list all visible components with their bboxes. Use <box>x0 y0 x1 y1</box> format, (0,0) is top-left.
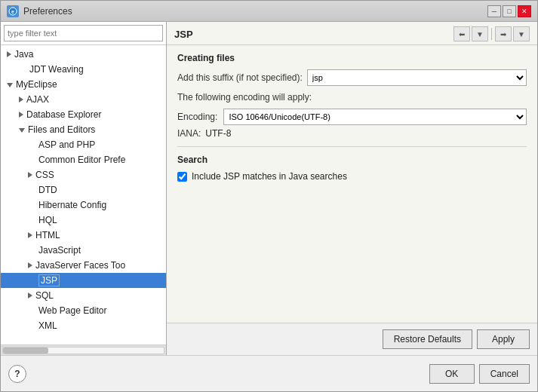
tree-label-html: HTML <box>35 230 60 240</box>
tree-label-myeclipse: MyEclipse <box>16 79 57 90</box>
tree-item-myeclipse[interactable]: MyEclipse <box>1 77 166 92</box>
help-button[interactable]: ? <box>8 365 26 383</box>
tree-item-java[interactable]: Java <box>1 47 166 62</box>
restore-defaults-button[interactable]: Restore Defaults <box>383 329 472 349</box>
include-jsp-checkbox[interactable] <box>177 172 187 182</box>
tree-label-javascript: JavaScript <box>38 245 81 256</box>
right-panel-title: JSP <box>174 29 193 40</box>
nav-dropdown2-icon: ▼ <box>518 30 525 38</box>
include-jsp-label[interactable]: Include JSP matches in Java searches <box>192 171 347 182</box>
tree-item-web-page-editor[interactable]: Web Page Editor <box>1 303 166 318</box>
nav-menu-button[interactable]: ▼ <box>472 26 488 41</box>
tree-arrow-html <box>28 232 32 238</box>
tree-item-jsp[interactable]: JSP <box>1 273 166 288</box>
horizontal-scrollbar[interactable] <box>1 345 166 355</box>
title-bar-controls: ─ □ ✕ <box>487 5 531 17</box>
apply-button[interactable]: Apply <box>477 329 530 349</box>
left-panel: JavaJDT WeavingMyEclipseAJAXDatabase Exp… <box>1 22 167 355</box>
suffix-label: Add this suffix (if not specified): <box>177 72 303 83</box>
search-title: Search <box>177 155 527 165</box>
cancel-button[interactable]: Cancel <box>479 364 530 384</box>
tree-arrow-css <box>28 172 32 178</box>
iana-row: IANA: UTF-8 <box>177 128 527 139</box>
tree-label-jdt-weaving: JDT Weaving <box>29 64 84 75</box>
checkbox-row: Include JSP matches in Java searches <box>177 171 527 182</box>
tree-label-common-editor-prefs: Common Editor Prefe <box>38 155 125 165</box>
preferences-window: e Preferences ─ □ ✕ JavaJDT WeavingMyEcl… <box>0 0 538 392</box>
ok-button[interactable]: OK <box>429 364 475 384</box>
scrollbar-thumb <box>3 348 48 354</box>
bottom-bar: ? OK Cancel <box>1 355 537 391</box>
nav-menu2-button[interactable]: ▼ <box>513 26 530 41</box>
tree-label-database-explorer: Database Explorer <box>26 109 101 120</box>
tree-arrow-ajax <box>19 96 23 103</box>
tree-label-jsf-tools: JavaServer Faces Too <box>35 260 125 271</box>
tree-label-hibernate-config: Hibernate Config <box>38 200 106 210</box>
tree-item-dtd[interactable]: DTD <box>1 182 166 198</box>
maximize-button[interactable]: □ <box>503 5 516 17</box>
forward-arrow-icon: ➡ <box>500 30 506 38</box>
tree-label-sql: SQL <box>35 290 54 301</box>
bottom-right: OK Cancel <box>429 364 530 384</box>
tree-label-files-and-editors: Files and Editors <box>28 124 95 135</box>
svg-text:e: e <box>11 9 14 14</box>
tree-item-jsf-tools[interactable]: JavaServer Faces Too <box>1 258 166 273</box>
right-panel: JSP ⬅ ▼ ➡ ▼ <box>167 22 537 355</box>
bottom-left: ? <box>8 365 26 383</box>
tree-item-ajax[interactable]: AJAX <box>1 92 166 107</box>
tree-arrow-files-and-editors <box>19 128 25 133</box>
tree-item-asp-and-php[interactable]: ASP and PHP <box>1 137 166 152</box>
tree-item-database-explorer[interactable]: Database Explorer <box>1 107 166 122</box>
title-bar-left: e Preferences <box>7 5 72 17</box>
tree-label-css: CSS <box>35 170 54 180</box>
tree-item-hql[interactable]: HQL <box>1 213 166 228</box>
tree-arrow-database-explorer <box>19 112 23 118</box>
creating-files-title: Creating files <box>177 53 527 63</box>
tree-label-ajax: AJAX <box>26 94 49 105</box>
back-button[interactable]: ⬅ <box>453 26 470 41</box>
encoding-box: Encoding: ISO 10646/Unicode(UTF-8)UTF-8I… <box>177 109 527 125</box>
tree-label-hql: HQL <box>38 215 57 225</box>
title-bar: e Preferences ─ □ ✕ <box>1 1 537 22</box>
tree-item-css[interactable]: CSS <box>1 167 166 182</box>
tree-item-hibernate-config[interactable]: Hibernate Config <box>1 198 166 213</box>
tree-item-sql[interactable]: SQL <box>1 288 166 303</box>
nav-dropdown-icon: ▼ <box>476 30 484 38</box>
scrollbar-track <box>2 347 164 354</box>
tree-item-files-and-editors[interactable]: Files and Editors <box>1 122 166 137</box>
filter-input[interactable] <box>4 25 163 41</box>
tree-item-html[interactable]: HTML <box>1 228 166 243</box>
search-section: Search Include JSP matches in Java searc… <box>177 155 527 182</box>
right-bottom-buttons: Restore Defaults Apply <box>167 323 537 355</box>
forward-button[interactable]: ➡ <box>495 26 512 41</box>
suffix-select[interactable]: jsphtmlhtm <box>307 69 527 86</box>
tree-label-jsp: JSP <box>38 274 60 286</box>
tree-item-javascript[interactable]: JavaScript <box>1 243 166 258</box>
iana-value: UTF-8 <box>205 128 231 139</box>
suffix-row: Add this suffix (if not specified): jsph… <box>177 69 527 86</box>
tree-label-web-page-editor: Web Page Editor <box>38 305 107 316</box>
tree-label-asp-and-php: ASP and PHP <box>38 139 95 150</box>
tree-item-jdt-weaving[interactable]: JDT Weaving <box>1 62 166 77</box>
encoding-select[interactable]: ISO 10646/Unicode(UTF-8)UTF-8ISO-8859-1U… <box>223 109 527 125</box>
tree-label-dtd: DTD <box>38 185 57 195</box>
nav-buttons: ⬅ ▼ ➡ ▼ <box>453 26 530 41</box>
separator <box>177 146 527 147</box>
app-icon: e <box>7 5 19 17</box>
window-title: Preferences <box>23 6 72 17</box>
tree-label-xml: XML <box>38 320 57 331</box>
tree-area[interactable]: JavaJDT WeavingMyEclipseAJAXDatabase Exp… <box>1 45 166 345</box>
tree-item-xml[interactable]: XML <box>1 318 166 333</box>
close-button[interactable]: ✕ <box>518 5 531 17</box>
encoding-header-row: The following encoding will apply: <box>177 92 527 103</box>
right-header: JSP ⬅ ▼ ➡ ▼ <box>167 22 537 45</box>
tree-arrow-sql <box>28 292 32 299</box>
encoding-section-label: The following encoding will apply: <box>177 92 312 103</box>
tree-item-common-editor-prefs[interactable]: Common Editor Prefe <box>1 152 166 167</box>
tree-arrow-java <box>7 51 11 57</box>
iana-label: IANA: <box>177 128 201 139</box>
tree-label-java: Java <box>14 49 33 60</box>
tree-arrow-jsf-tools <box>28 262 32 268</box>
back-arrow-icon: ⬅ <box>459 30 465 38</box>
minimize-button[interactable]: ─ <box>487 5 501 17</box>
